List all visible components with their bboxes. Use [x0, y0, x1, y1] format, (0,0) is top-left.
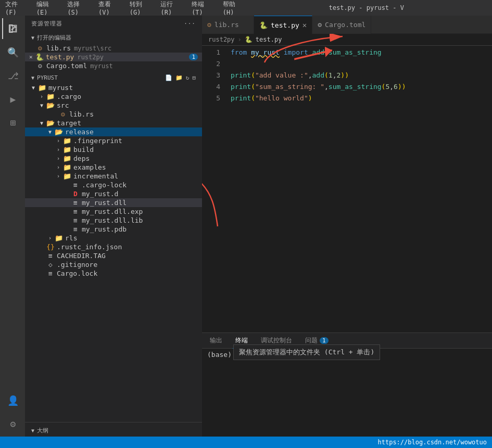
- activity-explorer[interactable]: [2, 18, 23, 39]
- new-file-icon[interactable]: ···: [184, 20, 196, 27]
- tree-my-rust-d-label: my_rust.d: [82, 190, 118, 198]
- activity-search[interactable]: 🔍: [2, 42, 23, 62]
- tree-my-rust-dll[interactable]: ≡ my_rust.dll: [25, 198, 202, 207]
- tree-src[interactable]: ▼ 📂 src: [25, 101, 202, 110]
- tree-incremental[interactable]: › 📁 incremental: [25, 172, 202, 181]
- tabs-bar: ⚙ lib.rs 🐍 test.py ✕ ⚙ Cargo.toml: [202, 16, 492, 34]
- open-editors-label: 打开的编辑器: [37, 34, 71, 42]
- tree-cargo-lock[interactable]: ≡ Cargo.lock: [25, 269, 202, 278]
- menu-terminal[interactable]: 终端(T): [192, 0, 215, 16]
- open-file-librs[interactable]: ⚙ lib.rs myrust\src: [25, 44, 202, 53]
- fn-sum-as-string-call: sum_as_string: [329, 81, 382, 93]
- open-editors-section[interactable]: ▼ 打开的编辑器: [25, 32, 202, 44]
- tree-gitignore-label: .gitignore: [57, 261, 97, 268]
- sidebar-header-icons[interactable]: ···: [184, 20, 196, 27]
- activity-extensions[interactable]: ⊞: [2, 112, 23, 133]
- code-editor[interactable]: 1 2 3 4 5 from my_rust import add , sum_: [202, 46, 492, 332]
- tree-myrust-arrow: ▼: [29, 85, 37, 91]
- tree-cachedir[interactable]: ≡ CACHEDIR.TAG: [25, 251, 202, 260]
- tree-fingerprint[interactable]: › 📁 .fingerprint: [25, 136, 202, 145]
- tree-build-label: build: [73, 146, 94, 153]
- breadcrumb-item-1[interactable]: rust2py: [208, 36, 235, 43]
- refresh-btn[interactable]: ↻: [186, 74, 190, 81]
- code-line-3: print ( "add value :" , add ( 1 , 2 )): [231, 70, 487, 81]
- tree-myrust-label: myrust: [48, 84, 73, 92]
- tree-fingerprint-arrow: ›: [54, 138, 62, 144]
- tree-examples[interactable]: › 📁 examples: [25, 163, 202, 172]
- menu-file[interactable]: 文件(F): [5, 0, 29, 16]
- breadcrumb-item-2[interactable]: 🐍: [245, 36, 253, 43]
- menu-help[interactable]: 帮助(H): [223, 0, 246, 16]
- tab-cargo[interactable]: ⚙ Cargo.toml: [312, 16, 371, 34]
- terminal-cursor: [305, 352, 309, 359]
- panel-tab-output[interactable]: 输出: [207, 333, 225, 349]
- panel-tab-problems[interactable]: 问题 1: [302, 333, 331, 349]
- tree-src-label: src: [57, 101, 69, 109]
- menu-bar[interactable]: 文件(F) 编辑(E) 选择(S) 查看(V) 转到(G) 运行(R) 终端(T…: [5, 0, 246, 16]
- num-5: 5: [385, 81, 389, 93]
- tree-cargo-folder[interactable]: › 📁 .cargo: [25, 92, 202, 101]
- new-file-btn[interactable]: 📄: [165, 74, 172, 81]
- identifier-my-rust: my_rust: [251, 47, 280, 58]
- menu-goto[interactable]: 转到(G): [130, 0, 153, 16]
- tree-cargo-lock-label: .cargo-lock: [82, 181, 127, 189]
- tab-librs[interactable]: ⚙ lib.rs: [202, 16, 254, 34]
- line-numbers: 1 2 3 4 5: [202, 46, 225, 332]
- tree-deps[interactable]: › 📁 deps: [25, 154, 202, 163]
- new-folder-btn[interactable]: 📁: [175, 74, 183, 81]
- open-file-testpy[interactable]: ✕ 🐍 test.py rust2py 1: [25, 53, 202, 61]
- folder-fingerprint-icon: 📁: [62, 137, 72, 145]
- tree-gitignore[interactable]: ◇ .gitignore: [25, 260, 202, 269]
- fn-print-2: print: [231, 81, 251, 93]
- tree-my-rust-pdb[interactable]: ≡ my_rust.pdb: [25, 225, 202, 234]
- file-librs-icon: ⚙: [58, 110, 68, 118]
- tree-my-rust-d[interactable]: D my_rust.d: [25, 189, 202, 198]
- activity-debug[interactable]: ▶: [2, 88, 23, 109]
- activity-git[interactable]: ⎇: [2, 65, 23, 86]
- open-file-cargo[interactable]: ⚙ Cargo.toml myrust: [25, 61, 202, 70]
- menu-select[interactable]: 选择(S): [67, 0, 91, 16]
- tree-release[interactable]: ▼ 📂 release: [25, 127, 202, 136]
- folder-myrust-icon: 📁: [37, 84, 47, 92]
- tree-myrust[interactable]: ▼ 📁 myrust: [25, 83, 202, 92]
- folder-examples-icon: 📁: [62, 163, 72, 171]
- activity-settings[interactable]: ⚙: [2, 413, 23, 434]
- folder-release-icon: 📂: [54, 128, 64, 136]
- file-cargo-lock2-icon: ≡: [46, 270, 55, 277]
- tree-cargo-lock-file[interactable]: ≡ .cargo-lock: [25, 181, 202, 189]
- tree-cargo-arrow: ›: [37, 94, 46, 99]
- project-section[interactable]: ▼ PYRUST 📄 📁 ↻ ⊟: [25, 72, 202, 83]
- collapse-btn[interactable]: ⊟: [192, 74, 196, 81]
- tree-my-rust-dll-lib[interactable]: ≡ my_rust.dll.lib: [25, 216, 202, 225]
- breadcrumb-item-2-label[interactable]: test.py: [256, 36, 282, 43]
- main-layout: 🔍 ⎇ ▶ ⊞ 👤 ⚙ 资源管理器 ··· ▼ 打开的编辑器 ⚙ lib.rs …: [0, 16, 492, 437]
- panel-tab-debug[interactable]: 调试控制台: [258, 333, 295, 349]
- code-content[interactable]: from my_rust import add , sum_as_string …: [225, 46, 492, 332]
- editor-area: ⚙ lib.rs 🐍 test.py ✕ ⚙ Cargo.toml rust2p…: [202, 16, 492, 437]
- menu-view[interactable]: 查看(V): [98, 0, 122, 16]
- tree-rustc-info[interactable]: {} .rustc_info.json: [25, 242, 202, 251]
- tree-librs[interactable]: ⚙ lib.rs: [25, 110, 202, 119]
- tree-my-rust-dll-exp[interactable]: ≡ my_rust.dll.exp: [25, 207, 202, 216]
- keyword-import: import: [284, 47, 308, 58]
- folder-cargo-icon: 📁: [46, 93, 55, 100]
- tree-deps-arrow: ›: [54, 156, 62, 161]
- activity-account[interactable]: 👤: [2, 390, 23, 411]
- tree-rls[interactable]: › 📁 rls: [25, 234, 202, 242]
- folder-build-icon: 📁: [62, 146, 72, 153]
- menu-edit[interactable]: 编辑(E): [36, 0, 60, 16]
- tab-testpy[interactable]: 🐍 test.py ✕: [254, 16, 312, 34]
- panel-tab-terminal[interactable]: 终端: [233, 333, 250, 349]
- outline-section[interactable]: ▼ 大纲: [25, 422, 202, 437]
- activity-bar: 🔍 ⎇ ▶ ⊞ 👤 ⚙: [0, 16, 25, 437]
- project-label: PYRUST: [37, 74, 58, 81]
- tab-librs-label: lib.rs: [215, 21, 239, 29]
- tree-target[interactable]: ▼ 📂 target: [25, 119, 202, 127]
- file-rustc-info-icon: {}: [46, 243, 55, 251]
- close-testpy-icon[interactable]: ✕: [29, 54, 33, 60]
- tab-testpy-close[interactable]: ✕: [302, 21, 307, 29]
- menu-run[interactable]: 运行(R): [160, 0, 184, 16]
- tree-target-arrow: ▼: [37, 120, 46, 126]
- tree-build[interactable]: › 📁 build: [25, 145, 202, 154]
- open-file-librs-label: lib.rs: [46, 44, 71, 52]
